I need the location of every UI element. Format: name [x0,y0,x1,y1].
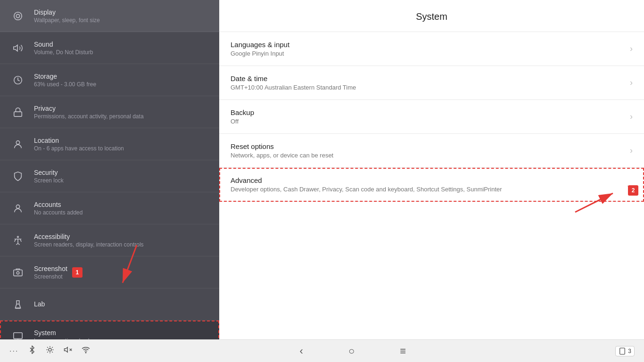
svg-marker-2 [14,45,17,51]
languages-subtitle: Google Pinyin Input [231,50,630,57]
backup-title: Backup [231,108,630,116]
sound-icon [9,40,26,57]
sidebar-item-accessibility[interactable]: Accessibility Screen readers, display, i… [0,224,219,256]
bottom-nav-right: 3 [615,346,635,356]
sidebar-item-display[interactable]: Display Wallpaper, sleep, font size [0,0,219,32]
page-title: System [229,11,635,22]
backup-subtitle: Off [231,118,630,125]
sound-title: Sound [34,41,93,48]
reset-title: Reset options [231,142,630,150]
sidebar-item-screenshot[interactable]: Screenshot Screenshot 1 [0,256,219,288]
svg-marker-27 [65,347,68,353]
accounts-subtitle: No accounts added [34,209,83,216]
lab-title: Lab [34,300,45,308]
sidebar-item-sound[interactable]: Sound Volume, Do Not Disturb [0,32,219,64]
svg-rect-8 [14,270,22,276]
screenshot-icon [9,264,26,281]
accounts-icon [9,200,26,217]
security-title: Security [34,169,64,176]
privacy-subtitle: Permissions, account activity, personal … [34,113,144,120]
location-icon [9,136,26,153]
svg-point-18 [49,348,51,351]
svg-line-22 [52,352,53,353]
backup-chevron: › [630,112,633,122]
svg-rect-4 [14,112,22,116]
datetime-subtitle: GMT+10:00 Australian Eastern Standard Ti… [231,84,630,91]
svg-rect-31 [620,348,625,354]
accessibility-icon [9,232,26,249]
settings-reset[interactable]: Reset options Network, apps, or device c… [219,134,644,168]
screenshot-subtitle: Screenshot [34,273,67,280]
content-area: System Languages & input Google Pinyin I… [219,0,644,339]
storage-subtitle: 63% used - 3.00 GB free [34,81,96,88]
svg-point-5 [16,140,19,144]
security-icon [9,168,26,185]
display-subtitle: Wallpaper, sleep, font size [34,17,100,24]
tablet-badge: 3 [615,346,635,356]
wifi-icon [82,346,90,356]
system-icon [9,328,26,340]
bottom-nav-left: ··· [9,346,90,356]
sidebar-item-accounts[interactable]: Accounts No accounts added [0,192,219,224]
reset-chevron: › [630,146,633,156]
lab-icon [9,296,26,313]
svg-point-6 [16,205,19,208]
storage-title: Storage [34,73,96,80]
sidebar-item-location[interactable]: Location On - 6 apps have access to loca… [0,128,219,160]
sound-subtitle: Volume, Do Not Disturb [34,49,93,56]
bottom-nav: ··· ‹ ○ ≡ 3 [0,339,644,362]
bluetooth-icon [28,346,36,356]
accounts-title: Accounts [34,201,83,208]
back-button[interactable]: ‹ [296,343,307,359]
settings-languages[interactable]: Languages & input Google Pinyin Input › [219,32,644,66]
brightness-icon [46,346,54,356]
location-subtitle: On - 6 apps have access to location [34,145,124,152]
system-subtitle: Languages, time, backup [34,337,97,340]
reset-subtitle: Network, apps, or device can be reset [231,152,630,159]
svg-rect-10 [14,332,22,338]
advanced-subtitle: Developer options, Cash Drawer, Privacy,… [231,186,626,193]
content-header: System [219,0,644,32]
location-title: Location [34,137,124,144]
settings-advanced[interactable]: Advanced Developer options, Cash Drawer,… [219,168,644,202]
sidebar-item-lab[interactable]: Lab [0,288,219,321]
sidebar: Display Wallpaper, sleep, font size Soun… [0,0,219,339]
svg-point-1 [16,14,19,17]
svg-point-0 [14,12,22,20]
svg-line-26 [52,347,53,348]
svg-line-21 [48,347,49,348]
sidebar-item-privacy[interactable]: Privacy Permissions, account activity, p… [0,96,219,128]
svg-line-25 [48,352,49,353]
tablet-number: 3 [628,348,631,354]
advanced-title: Advanced [231,176,626,184]
settings-datetime[interactable]: Date & time GMT+10:00 Australian Eastern… [219,66,644,100]
system-title: System [34,329,97,337]
menu-button[interactable]: ≡ [396,343,410,359]
datetime-chevron: › [630,78,633,88]
svg-point-9 [17,272,19,274]
datetime-title: Date & time [231,74,630,82]
languages-chevron: › [630,44,633,54]
security-subtitle: Screen lock [34,177,64,184]
svg-point-7 [17,236,19,238]
badge-1: 1 [72,267,83,278]
badge-2: 2 [628,185,638,196]
home-button[interactable]: ○ [345,343,358,359]
display-icon [9,8,26,25]
settings-backup[interactable]: Backup Off › [219,100,644,134]
sidebar-item-security[interactable]: Security Screen lock [0,160,219,192]
sidebar-item-system[interactable]: System Languages, time, backup [0,321,219,339]
accessibility-subtitle: Screen readers, display, interaction con… [34,241,144,248]
display-title: Display [34,8,100,16]
storage-icon [9,72,26,89]
sidebar-item-storage[interactable]: Storage 63% used - 3.00 GB free [0,64,219,96]
screenshot-title: Screenshot [34,265,67,272]
settings-list: Languages & input Google Pinyin Input › … [219,32,644,339]
dots-menu[interactable]: ··· [9,347,18,355]
languages-title: Languages & input [231,41,630,49]
privacy-icon [9,104,26,121]
volume-mute-icon [64,346,72,356]
bottom-nav-center: ‹ ○ ≡ [296,343,410,359]
accessibility-title: Accessibility [34,233,144,240]
svg-point-30 [86,352,87,353]
